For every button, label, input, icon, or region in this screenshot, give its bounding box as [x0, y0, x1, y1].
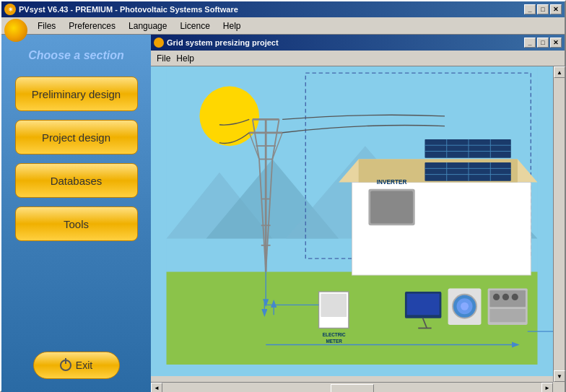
scrollbar-bottom[interactable]: ◄ ► [151, 382, 553, 392]
choose-section-label: Choose a section [28, 49, 123, 62]
scroll-thumb-horizontal[interactable] [331, 384, 374, 393]
svg-rect-45 [407, 294, 440, 315]
scroll-left-button[interactable]: ◄ [151, 383, 162, 393]
svg-rect-54 [489, 309, 526, 322]
svg-rect-31 [425, 139, 510, 158]
nav-preliminary-design[interactable]: Preliminary design [15, 77, 138, 111]
inner-close-button[interactable]: ✕ [550, 38, 562, 48]
scroll-right-button[interactable]: ► [541, 383, 553, 393]
menu-help[interactable]: Help [217, 19, 247, 32]
menu-preferences[interactable]: Preferences [63, 19, 121, 32]
svg-point-51 [461, 302, 469, 310]
minimize-button[interactable]: _ [524, 4, 536, 14]
title-bar-left: ☀ PVsyst V6.43 - PREMIUM - Photovoltaic … [4, 4, 238, 15]
washing-machine [448, 288, 482, 324]
inner-title-left: Grid system presizing project [154, 38, 279, 48]
svg-point-57 [512, 294, 518, 300]
nav-project-design[interactable]: Project design [15, 120, 138, 154]
svg-rect-41 [321, 294, 347, 317]
maximize-button[interactable]: □ [537, 4, 549, 14]
exit-button[interactable]: Exit [33, 352, 120, 379]
app-icon: ☀ [4, 4, 16, 15]
oven [488, 288, 528, 324]
scroll-track-vertical [554, 78, 565, 370]
scroll-track-horizontal [162, 383, 541, 393]
svg-text:INVERTER: INVERTER [377, 179, 407, 186]
inner-menu-bar: File Help [151, 51, 565, 66]
content-area: Choose a section Preliminary design Proj… [1, 35, 565, 392]
inner-title-bar: Grid system presizing project _ □ ✕ [151, 35, 565, 51]
scroll-up-button[interactable]: ▲ [554, 66, 565, 78]
close-button[interactable]: ✕ [550, 4, 562, 14]
main-title-bar: ☀ PVsyst V6.43 - PREMIUM - Photovoltaic … [1, 1, 565, 17]
svg-point-7 [199, 87, 259, 147]
scroll-down-button[interactable]: ▼ [554, 370, 565, 382]
svg-text:METER: METER [326, 339, 343, 344]
svg-point-55 [493, 294, 500, 300]
inner-maximize-button[interactable]: □ [537, 38, 549, 48]
nav-tools[interactable]: Tools [15, 206, 138, 241]
power-icon [60, 360, 71, 371]
svg-point-56 [502, 294, 509, 300]
menu-licence[interactable]: Licence [174, 19, 215, 32]
electric-meter-inside: ELECTRIC METER [319, 292, 349, 344]
inner-title-text: Grid system presizing project [167, 38, 279, 47]
title-controls: _ □ ✕ [524, 4, 562, 14]
menu-files[interactable]: Files [32, 19, 61, 32]
inner-menu-file[interactable]: File [157, 53, 170, 64]
inner-app-icon [154, 38, 164, 48]
app-logo [4, 19, 27, 42]
scrollbar-right[interactable]: ▲ ▼ [553, 66, 565, 382]
inner-menu-help[interactable]: Help [176, 53, 194, 64]
diagram-svg: INVERTER ELECTRIC METER [151, 66, 553, 365]
inner-window: Grid system presizing project _ □ ✕ File… [151, 35, 565, 392]
sidebar: Choose a section Preliminary design Proj… [1, 35, 151, 392]
inner-minimize-button[interactable]: _ [524, 38, 536, 48]
menu-language[interactable]: Language [123, 19, 173, 32]
svg-rect-1 [167, 272, 538, 365]
menu-bar: Files Preferences Language Licence Help [1, 17, 565, 35]
main-window: ☀ PVsyst V6.43 - PREMIUM - Photovoltaic … [0, 0, 566, 392]
svg-text:ELECTRIC: ELECTRIC [323, 332, 346, 337]
nav-databases[interactable]: Databases [15, 163, 138, 198]
svg-rect-38 [370, 191, 413, 224]
inner-title-controls: _ □ ✕ [524, 38, 562, 48]
main-title-text: PVsyst V6.43 - PREMIUM - Photovoltaic Sy… [19, 5, 238, 14]
svg-rect-25 [425, 162, 510, 181]
diagram-area: INVERTER ELECTRIC METER [151, 66, 565, 376]
